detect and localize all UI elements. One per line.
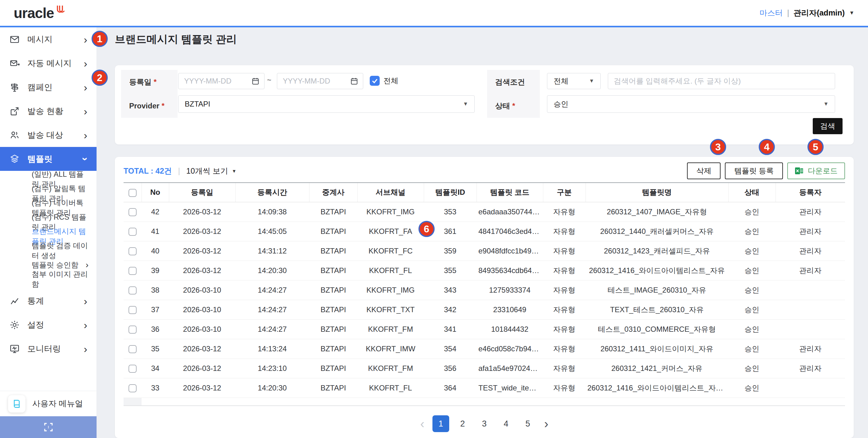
date-from-input[interactable] [179,73,251,89]
external-link-icon [9,106,20,116]
row-checkbox[interactable] [128,286,136,294]
sidebar-item-send-status[interactable]: 발송 현황 › [0,99,97,123]
register-template-button[interactable]: 템플릿 등록 [725,163,783,179]
table-cell: 자유형 [543,300,586,319]
calendar-icon[interactable] [251,77,260,85]
submenu-item-verification-data[interactable]: 템플릿 검증 데이터 생성 [0,243,97,258]
row-checkbox[interactable] [128,325,136,333]
row-checkbox[interactable] [128,228,136,236]
table-cell: 2026-03-12 [169,202,235,222]
sidebar-item-campaign[interactable]: 캠페인 › [0,75,97,99]
table-cell: BZTAPI [309,339,357,358]
row-checkbox[interactable] [128,267,136,275]
gear-icon [9,320,20,330]
status-select[interactable]: 승인 ▼ [547,95,835,113]
total-count: TOTAL : 42건 [124,166,172,176]
search-button[interactable]: 검색 [813,118,842,134]
table-cell: 354 [424,339,476,358]
table-cell: 테스트_IMAGE_260310_자유 [586,280,728,300]
page-button-3[interactable]: 3 [476,415,493,432]
submenu-label: 템플릿 승인함 [32,260,79,270]
all-period-checkbox[interactable]: 전체 [370,76,398,86]
page-button-2[interactable]: 2 [454,415,471,432]
main-content: 브랜드메시지 템플릿 관리 등록일* ~ 전체 Provider* BZTAPI… [97,27,868,438]
row-checkbox[interactable] [128,247,136,255]
required-asterisk: * [161,101,164,110]
download-button[interactable]: 다운로드 [787,163,845,179]
table-cell: 37 [142,300,169,319]
account-dropdown-caret-icon[interactable]: ▼ [849,10,854,16]
table-row: 352026-03-1214:13:24BZTAPIKKOFRT_IMW354e… [124,339,845,358]
keyword-input[interactable] [608,73,835,89]
table-cell: KKOFRT_FC [357,241,424,261]
page-button-4[interactable]: 4 [498,415,515,432]
table-cell: 관리자 [775,261,845,280]
page-size-select[interactable]: 10개씩 보기 ▼ [186,166,237,176]
header-divider: | [787,8,789,18]
date-to-field [277,73,363,89]
column-header: 서브채널 [357,183,424,202]
page-button-1[interactable]: 1 [432,415,449,432]
table-cell: 2026-03-10 [169,300,235,319]
sidebar-item-template[interactable]: 템플릿 › [0,147,97,171]
select-all-checkbox[interactable] [128,189,136,197]
table-cell: 14:13:24 [235,339,309,358]
table-cell: 342 [424,300,476,319]
sidebar-item-message[interactable]: 메시지 › [0,27,97,51]
prev-page-button[interactable]: ‹ [417,417,428,430]
manual-book-icon [8,395,26,412]
uracle-logo[interactable]: uracle [14,6,66,20]
sidebar-collapse-button[interactable] [0,416,97,438]
calendar-icon[interactable] [350,77,359,85]
admin-account-label: 관리자(admin) [794,8,845,18]
user-manual-link[interactable]: 사용자 메뉴얼 [0,391,97,416]
annotation-badge-5: 5 [807,139,824,155]
provider-select[interactable]: BZTAPI ▼ [178,95,475,113]
provider-value: BZTAPI [185,100,210,109]
submenu-item-attached-images[interactable]: 첨부 이미지 관리함 [0,272,97,286]
master-link[interactable]: 마스터 [760,8,783,18]
next-page-button[interactable]: › [541,417,551,430]
row-checkbox[interactable] [128,208,136,216]
select-all-header [124,183,142,202]
delete-button[interactable]: 삭제 [687,163,720,179]
table-cell: 관리자 [775,358,845,378]
column-header: 상태 [728,183,775,202]
search-panel: 등록일* ~ 전체 Provider* BZTAPI ▼ 검색조건 전체 ▼ 상… [115,65,854,144]
row-checkbox-cell [124,339,142,358]
date-to-input[interactable] [277,73,350,89]
annotation-badge-2: 2 [92,69,108,86]
table-row: 422026-03-1214:09:38BZTAPIKKOFRT_IMG353e… [124,202,845,222]
table-cell: 260312_1421_커머스_자유 [586,358,728,378]
sidebar-item-settings[interactable]: 설정 › [0,313,97,337]
column-header: 구분 [543,183,586,202]
all-checkbox-label: 전체 [383,76,398,86]
sidebar-item-label: 모니터링 [27,343,61,354]
table-cell: 2026-03-12 [169,339,235,358]
table-cell: 2026-03-12 [169,378,235,398]
row-checkbox[interactable] [128,384,136,392]
table-cell: 승인 [728,319,775,339]
pagination-pages: 12345 [432,415,536,432]
row-checkbox-cell [124,280,142,300]
row-checkbox[interactable] [128,365,136,373]
row-checkbox-cell [124,378,142,398]
page-button-5[interactable]: 5 [519,415,536,432]
table-cell: 343 [424,280,476,300]
annotation-badge-3: 3 [710,139,726,155]
table-cell: 승인 [728,300,775,319]
table-row: 402026-03-1214:31:12BZTAPIKKOFRT_FC359e9… [124,241,845,261]
sidebar-item-label: 설정 [27,319,44,330]
sidebar-item-label: 캠페인 [27,82,53,93]
keyword-field [608,73,835,89]
sidebar-item-monitoring[interactable]: 모니터링 › [0,337,97,361]
search-condition-select[interactable]: 전체 ▼ [547,73,601,89]
auto-mail-icon [9,58,20,69]
row-checkbox[interactable] [128,345,136,353]
sidebar-item-auto-message[interactable]: 자동 메시지 › [0,51,97,75]
sidebar-item-statistics[interactable]: 통계 › [0,289,97,313]
logo-u-mark-icon [55,4,66,17]
table-cell: 260312_1416_와이드아이템리스트_자유 [586,261,728,280]
sidebar-item-send-target[interactable]: 발송 대상 › [0,123,97,147]
row-checkbox[interactable] [128,306,136,314]
